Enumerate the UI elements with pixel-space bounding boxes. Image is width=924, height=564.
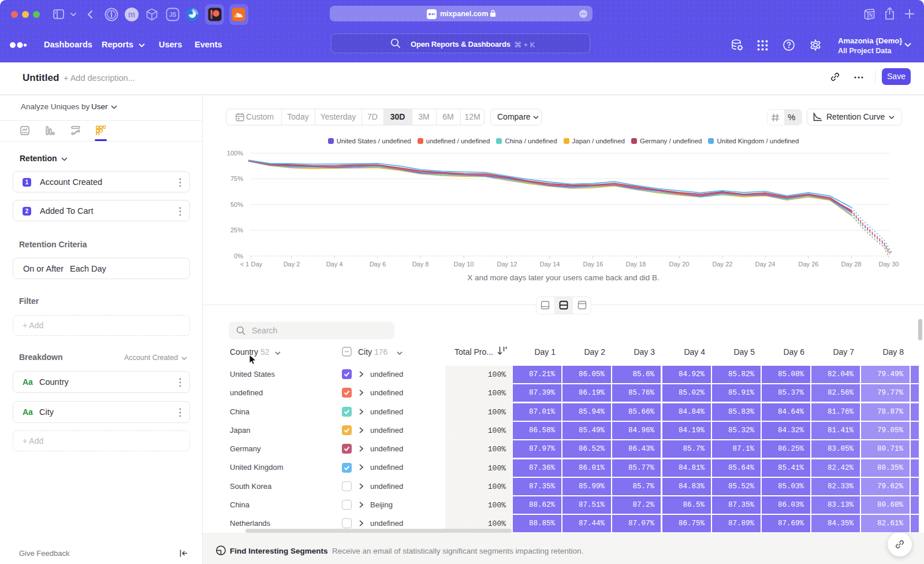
svg-text:Day 26: Day 26: [799, 261, 819, 268]
svg-text:100%: 100%: [227, 150, 243, 157]
svg-text:Day 14: Day 14: [540, 261, 560, 268]
svg-text:Day 24: Day 24: [755, 261, 776, 268]
svg-text:Day 18: Day 18: [626, 261, 646, 268]
svg-text:0%: 0%: [234, 253, 243, 259]
svg-text:Day 2: Day 2: [284, 261, 300, 268]
svg-text:JS: JS: [169, 12, 177, 18]
svg-text:50%: 50%: [230, 201, 243, 208]
svg-text:< 1 Day: < 1 Day: [240, 261, 263, 268]
svg-text:Day 20: Day 20: [669, 261, 690, 268]
svg-text:Day 16: Day 16: [583, 261, 603, 268]
svg-text:Day 22: Day 22: [713, 261, 733, 268]
svg-text:Day 28: Day 28: [841, 261, 862, 268]
svg-text:75%: 75%: [230, 175, 243, 182]
svg-text:Day 6: Day 6: [370, 261, 386, 268]
svg-text:Day 4: Day 4: [326, 261, 343, 268]
svg-text:Day 12: Day 12: [497, 261, 517, 268]
svg-text:Day 30: Day 30: [879, 261, 899, 268]
svg-text:Day 10: Day 10: [454, 261, 474, 268]
svg-text:N: N: [869, 13, 873, 18]
svg-text:25%: 25%: [230, 227, 243, 233]
svg-text:Day 8: Day 8: [412, 261, 429, 268]
